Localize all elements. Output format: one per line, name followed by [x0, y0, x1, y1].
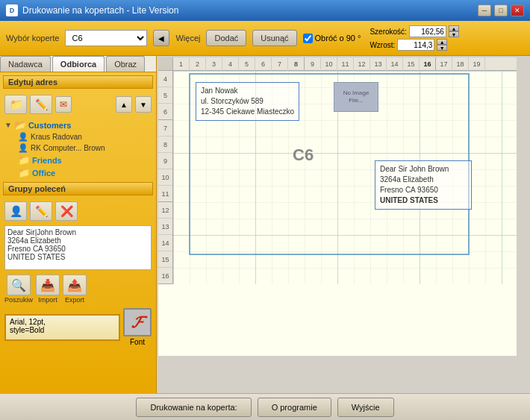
ruler-v-8: 8	[158, 137, 172, 153]
scroll-down-button[interactable]: ▼	[135, 96, 152, 113]
letter-remove-icon-button[interactable]: ✉	[55, 96, 72, 113]
envelope-label: Wybór koperte	[6, 34, 59, 43]
tab-image[interactable]: Obraz	[106, 56, 145, 72]
person-icon-1: 👤	[18, 132, 28, 142]
tree-leaf-1-label: Kraus Radovan	[31, 133, 82, 141]
cmd-edit-icon[interactable]: ✏️	[30, 201, 52, 221]
close-button[interactable]: ✕	[511, 4, 524, 16]
tree-leaf-1[interactable]: 👤 Kraus Radovan	[18, 131, 152, 142]
cmd-line4: UNITED STATES	[7, 253, 149, 261]
grid-body: 4 5 6 7 8 9 10 11 12 13 14 15 16	[158, 71, 517, 284]
width-up-button[interactable]: ▲	[449, 25, 459, 31]
height-row: Wzrost: ▲ ▼	[370, 39, 458, 51]
ruler-v-5: 5	[158, 87, 172, 104]
rotate-label: Obróć o 90 °	[315, 34, 361, 43]
remove-button[interactable]: Usunąć	[252, 30, 296, 46]
export-button[interactable]: 📤 Export	[63, 275, 87, 304]
content-area: Nadawca Odbiorca Obraz Edytuj adres 📁 ✏️…	[0, 56, 530, 393]
ruler-h-7: 7	[272, 57, 288, 71]
search-label: Poszukiw	[4, 296, 33, 304]
ruler-h-11: 11	[337, 57, 354, 71]
recipient-line4: UNITED STATES	[380, 195, 467, 206]
font-info-line1: Arial, 12pt,	[10, 318, 115, 326]
ruler-h-19: 19	[469, 57, 485, 71]
person-icon-2: 👤	[18, 143, 28, 153]
width-label: Szerokość:	[370, 28, 406, 36]
rotate-checkbox-input[interactable]	[303, 34, 313, 43]
font-button[interactable]: 𝓕	[123, 308, 152, 336]
tree-friends-folder[interactable]: 📁 Friends	[18, 154, 152, 166]
ruler-h-4: 4	[222, 57, 239, 71]
cmd-delete-icon[interactable]: ❌	[55, 201, 78, 221]
tree-root-label[interactable]: Customers	[28, 121, 71, 130]
envelope-name-label: C6	[293, 145, 314, 165]
maximize-button[interactable]: □	[494, 4, 508, 16]
ruler-horizontal: 1 2 3 4 5 6 7 8 9 10 11 12 13 14 15 16 1	[158, 57, 517, 71]
ruler-h-5: 5	[239, 57, 255, 71]
cmd-line2: 3264a Elizabeth	[7, 236, 149, 245]
no-image-box: No Image File...	[334, 82, 378, 112]
ruler-h-18: 18	[452, 57, 469, 71]
about-button[interactable]: O programie	[258, 398, 331, 417]
bottom-bar: Drukowanie na koperta: O programie Wyjśc…	[0, 393, 530, 420]
more-arrow-button[interactable]: ◀	[153, 30, 169, 46]
ruler-v-9: 9	[158, 153, 172, 169]
font-row: Arial, 12pt, style=Bold 𝓕 Font	[0, 307, 156, 349]
import-icon: 📥	[36, 275, 60, 295]
tabs: Nadawca Odbiorca Obraz	[0, 56, 156, 72]
height-up-button[interactable]: ▲	[437, 39, 447, 45]
import-button[interactable]: 📥 Import	[36, 275, 60, 304]
cmd-person-icon[interactable]: 👤	[4, 201, 27, 221]
tree-leaf-2-label: RK Computer... Brown	[31, 144, 105, 152]
minimize-button[interactable]: ─	[478, 4, 491, 16]
envelope-select[interactable]: C6	[65, 30, 147, 46]
cmd-line3: Fresno CA 93650	[7, 245, 149, 253]
ruler-v-16: 16	[158, 268, 172, 284]
edit-icon-button[interactable]: ✏️	[30, 95, 52, 114]
recipient-line1: Dear Sir John Brown	[380, 164, 467, 175]
ruler-h-9: 9	[305, 57, 321, 71]
search-button[interactable]: 🔍 Poszukiw	[4, 275, 33, 304]
tab-recipient[interactable]: Odbiorca	[52, 56, 105, 72]
main-window: Wybór koperte C6 ◀ Więcej Dodać Usunąć O…	[0, 21, 530, 420]
tab-sender[interactable]: Nadawca	[0, 56, 51, 72]
ruler-v-12: 12	[158, 202, 172, 219]
office-label: Office	[32, 169, 55, 178]
ruler-v-13: 13	[158, 219, 172, 235]
ruler-v-11: 11	[158, 186, 172, 202]
folder-icon-button[interactable]: 📁	[4, 95, 27, 114]
tree-office-folder[interactable]: 📁 Office	[18, 166, 152, 179]
tree-root-item[interactable]: ▼ 📂 Customers	[4, 119, 152, 131]
office-folder-icon: 📁	[18, 167, 30, 178]
tree-leaf-2[interactable]: 👤 RK Computer... Brown	[18, 142, 152, 154]
address-tree: ▼ 📂 Customers 👤 Kraus Radovan 👤 RK Compu…	[0, 117, 156, 181]
rotate-checkbox[interactable]: Obróć o 90 °	[303, 34, 361, 43]
add-button[interactable]: Dodać	[206, 30, 246, 46]
ruler-v-14: 14	[158, 235, 172, 251]
exit-button[interactable]: Wyjście	[337, 398, 394, 417]
toolbar: Wybór koperte C6 ◀ Więcej Dodać Usunąć O…	[0, 21, 530, 56]
width-input[interactable]	[409, 25, 446, 37]
tree-children: 👤 Kraus Radovan 👤 RK Computer... Brown 📁…	[4, 131, 152, 179]
left-panel: Nadawca Odbiorca Obraz Edytuj adres 📁 ✏️…	[0, 56, 157, 393]
width-spinner: ▲ ▼	[449, 25, 459, 37]
height-input[interactable]	[397, 39, 434, 51]
sender-line1: Jan Nowak	[201, 86, 294, 96]
width-row: Szerokość: ▲ ▼	[370, 25, 458, 37]
export-label: Export	[65, 296, 84, 304]
titlebar-title: Drukowanie na kopertach - Lite Version	[22, 5, 178, 16]
ruler-h-10: 10	[321, 57, 337, 71]
ruler-v-15: 15	[158, 251, 172, 268]
import-label: Import	[38, 296, 57, 304]
print-button[interactable]: Drukowanie na koperta:	[136, 398, 251, 417]
friends-label: Friends	[32, 156, 62, 165]
ruler-corner	[158, 57, 173, 70]
height-down-button[interactable]: ▼	[437, 45, 447, 51]
edit-address-header: Edytuj adres	[3, 75, 153, 89]
command-text-area[interactable]: Dear Sir|John Brown 3264a Elizabeth Fres…	[4, 225, 152, 270]
font-info-line2: style=Bold	[10, 326, 115, 334]
width-down-button[interactable]: ▼	[449, 31, 459, 37]
friends-folder-icon: 📁	[18, 154, 30, 166]
canvas-area[interactable]: 1 2 3 4 5 6 7 8 9 10 11 12 13 14 15 16 1	[157, 56, 530, 393]
scroll-up-button[interactable]: ▲	[116, 96, 132, 113]
